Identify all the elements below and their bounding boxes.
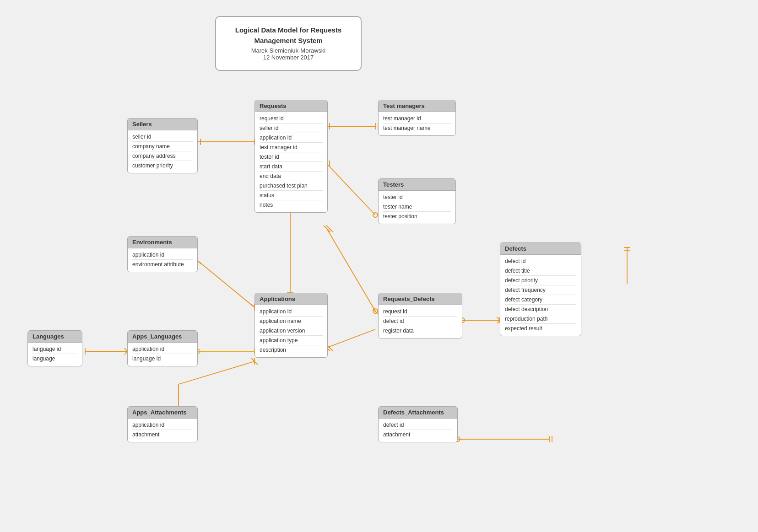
- field-defect-title: defect title: [505, 266, 576, 276]
- title-box: Logical Data Model for Requests Manageme…: [215, 16, 362, 71]
- entity-apps-attachments-header: Apps_Attachments: [128, 407, 197, 419]
- field-tester-id: tester id: [260, 152, 323, 162]
- field-test-manager-id: test manager id: [260, 143, 323, 152]
- svg-line-41: [373, 309, 378, 314]
- entity-applications: Applications application id application …: [254, 293, 328, 358]
- field-defect-frequency: defect frequency: [505, 285, 576, 295]
- entity-test-managers-header: Test managers: [379, 100, 455, 112]
- field-rd-register-data: register data: [383, 326, 457, 335]
- connectors-svg: [0, 0, 758, 532]
- entity-apps-languages-header: Apps_Languages: [128, 331, 197, 343]
- entity-environments: Environments application id environment …: [127, 236, 198, 272]
- field-al-language-id: language id: [132, 354, 193, 363]
- svg-line-38: [324, 226, 330, 232]
- field-aa-application-id: application id: [132, 420, 193, 430]
- field-application-id: application id: [260, 133, 323, 143]
- title-date: 12 November 2017: [230, 54, 347, 61]
- title-line2: Management System: [230, 37, 347, 44]
- entity-requests-body: request id seller id application id test…: [255, 112, 327, 212]
- field-app-name: application name: [260, 317, 323, 326]
- svg-point-13: [373, 213, 378, 217]
- entity-apps-languages-body: application id language id: [128, 343, 197, 366]
- field-environment-attribute: environment attribute: [132, 260, 193, 269]
- entity-sellers-header: Sellers: [128, 118, 197, 130]
- field-defect-description: defect description: [505, 305, 576, 314]
- field-language: language: [32, 354, 77, 363]
- svg-line-42: [327, 329, 375, 348]
- field-request-id: request id: [260, 114, 323, 124]
- field-tester-name: tester name: [383, 202, 451, 212]
- title-line1: Logical Data Model for Requests: [230, 26, 347, 34]
- entity-defects-body: defect id defect title defect priority d…: [500, 255, 581, 336]
- svg-line-10: [327, 164, 375, 215]
- entity-test-managers: Test managers test manager id test manag…: [378, 100, 456, 136]
- field-test-manager-name: test manager name: [383, 124, 451, 133]
- entity-requests-defects: Requests_Defects request id defect id re…: [378, 293, 462, 339]
- entity-requests-defects-header: Requests_Defects: [379, 293, 462, 305]
- field-defect-category: defect category: [505, 295, 576, 305]
- field-seller-id: seller id: [260, 124, 323, 133]
- svg-line-19: [198, 261, 254, 307]
- field-app-id: application id: [260, 307, 323, 317]
- entity-sellers-body: seller id company name company address c…: [128, 130, 197, 173]
- title-author: Marek Siemieniuk-Morawski: [230, 47, 347, 54]
- entity-defects-attachments-body: defect id attachment: [379, 419, 457, 442]
- entity-languages: Languages language id language: [27, 330, 82, 366]
- field-da-attachment: attachment: [383, 430, 453, 439]
- field-reproduction-path: reproduction path: [505, 314, 576, 324]
- field-tester-position: tester position: [383, 212, 451, 221]
- field-seller-id2: seller id: [132, 132, 193, 142]
- field-al-application-id: application id: [132, 344, 193, 354]
- field-company-address: company address: [132, 151, 193, 161]
- entity-environments-body: application id environment attribute: [128, 248, 197, 272]
- field-env-application-id: application id: [132, 250, 193, 260]
- field-start-data: start data: [260, 162, 323, 172]
- entity-defects-header: Defects: [500, 243, 581, 255]
- entity-applications-body: application id application name applicat…: [255, 305, 327, 357]
- svg-line-35: [251, 358, 258, 365]
- field-test-manager-id: test manager id: [383, 114, 451, 124]
- entity-languages-body: language id language: [28, 343, 82, 366]
- entity-applications-header: Applications: [255, 293, 327, 305]
- svg-point-40: [373, 309, 378, 313]
- field-description: description: [260, 345, 323, 355]
- field-expected-result: expected result: [505, 324, 576, 333]
- entity-test-managers-body: test manager id test manager name: [379, 112, 455, 135]
- entity-defects-attachments: Defects_Attachments defect id attachment: [378, 406, 458, 442]
- field-defect-priority: defect priority: [505, 276, 576, 285]
- entity-environments-header: Environments: [128, 236, 197, 248]
- field-tester-id2: tester id: [383, 193, 451, 202]
- entity-apps-attachments: Apps_Attachments application id attachme…: [127, 406, 198, 442]
- field-aa-attachment: attachment: [132, 430, 193, 439]
- svg-line-39: [326, 226, 333, 232]
- field-end-data: end data: [260, 172, 323, 181]
- field-language-id: language id: [32, 344, 77, 354]
- field-app-version: application version: [260, 326, 323, 336]
- entity-testers: Testers tester id tester name tester pos…: [378, 178, 456, 224]
- entity-requests-header: Requests: [255, 100, 327, 112]
- entity-defects-attachments-header: Defects_Attachments: [379, 407, 457, 419]
- svg-line-37: [327, 229, 375, 311]
- field-customer-priority: customer priority: [132, 161, 193, 170]
- diagram-container: Logical Data Model for Requests Manageme…: [0, 0, 758, 532]
- field-rd-request-id: request id: [383, 307, 457, 317]
- entity-apps-attachments-body: application id attachment: [128, 419, 197, 442]
- entity-testers-header: Testers: [379, 179, 455, 191]
- field-defect-id: defect id: [505, 257, 576, 266]
- field-purchased-test-plan: purchased test plan: [260, 181, 323, 191]
- field-da-defect-id: defect id: [383, 420, 453, 430]
- field-status: status: [260, 191, 323, 200]
- field-notes: notes: [260, 200, 323, 210]
- entity-sellers: Sellers seller id company name company a…: [127, 118, 198, 173]
- field-company-name: company name: [132, 142, 193, 151]
- entity-apps-languages: Apps_Languages application id language i…: [127, 330, 198, 366]
- entity-requests-defects-body: request id defect id register data: [379, 305, 462, 338]
- entity-requests: Requests request id seller id applicatio…: [254, 100, 328, 213]
- entity-testers-body: tester id tester name tester position: [379, 191, 455, 224]
- field-rd-defect-id: defect id: [383, 317, 457, 326]
- entity-languages-header: Languages: [28, 331, 82, 343]
- entity-defects: Defects defect id defect title defect pr…: [500, 242, 581, 336]
- field-app-type: application type: [260, 336, 323, 345]
